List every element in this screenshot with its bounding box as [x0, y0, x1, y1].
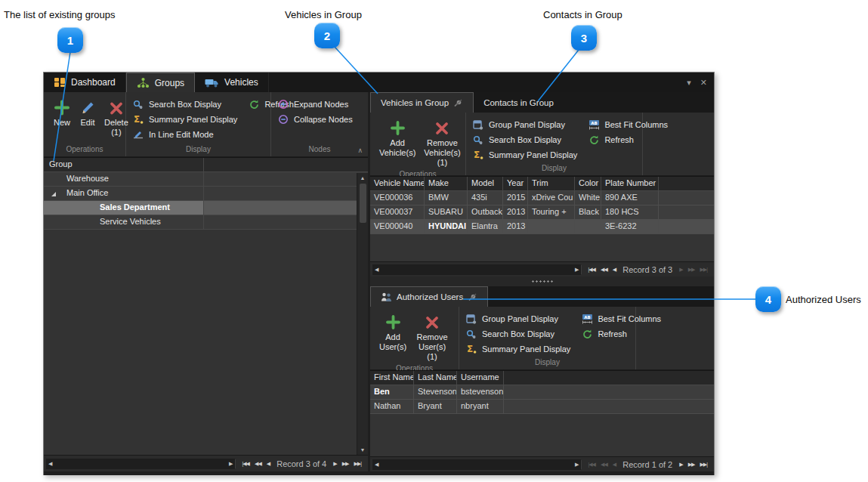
users-horizontal-scrollbar[interactable] [372, 459, 581, 470]
vehicle-row-1[interactable]: VE000036 BMW 435i 2015 xDrive Cou White … [370, 191, 714, 205]
pin-icon[interactable] [468, 293, 477, 301]
groups-tree-header[interactable]: Group [44, 158, 368, 172]
nav-prev-button[interactable] [267, 461, 270, 467]
nav-prev-page-button[interactable] [255, 461, 261, 467]
expand-nodes-button[interactable]: Expand Nodes [277, 97, 353, 112]
edit-button-label: Edit [81, 118, 95, 128]
tab-contacts-in-group[interactable]: Contacts in Group [474, 92, 564, 113]
tab-dashboard[interactable]: Dashboard [44, 73, 126, 92]
column-header-model[interactable]: Model [468, 177, 503, 190]
scroll-left-icon[interactable] [375, 267, 378, 273]
tree-row-main-office[interactable]: Main Office [44, 187, 368, 201]
column-header-year[interactable]: Year [503, 177, 528, 190]
add-vehicles-button[interactable]: Add Vehicle(s) [376, 117, 419, 159]
horizontal-splitter[interactable] [370, 277, 714, 286]
nav-next-button[interactable] [679, 267, 682, 273]
column-header-last-name[interactable]: Last Name [414, 371, 457, 385]
nav-next-button[interactable] [333, 461, 336, 467]
summary-panel-display-button[interactable]: Σ Summary Panel Display [465, 341, 570, 357]
window-menu-button[interactable]: ▾ [687, 78, 691, 88]
nav-prev-button[interactable] [613, 267, 616, 273]
edit-button[interactable]: Edit [76, 97, 99, 128]
groups-operations-group: New Edit Delete (1) [44, 92, 126, 156]
remove-users-button[interactable]: Remove User(s) (1) [412, 311, 453, 363]
group-column-header[interactable]: Group [44, 158, 204, 171]
balloon-3-number: 3 [581, 32, 587, 45]
expand-toggle-icon[interactable] [51, 192, 56, 196]
new-button[interactable]: New [50, 97, 74, 128]
vehicles-horizontal-scrollbar[interactable] [372, 264, 581, 275]
scroll-right-icon[interactable] [575, 267, 579, 273]
column-header-first-name[interactable]: First Name [370, 371, 414, 385]
groups-bottom-bar: Record 3 of 4 [44, 455, 368, 471]
delete-x-icon [108, 97, 125, 118]
window-close-button[interactable]: ✕ [700, 78, 707, 88]
scroll-left-icon[interactable] [48, 461, 52, 467]
nav-first-button[interactable] [588, 462, 595, 468]
groups-nodes-group: Expand Nodes Collapse Nodes Nodes [271, 92, 368, 156]
nav-first-button[interactable] [242, 461, 249, 467]
column-header-color[interactable]: Color [575, 177, 601, 190]
users-grid: First Name Last Name Username Ben Steven… [370, 370, 714, 456]
scroll-thumb[interactable] [360, 184, 366, 223]
collapse-nodes-button[interactable]: Collapse Nodes [277, 112, 353, 127]
nav-last-button[interactable] [700, 267, 707, 273]
tab-vehicles-in-group[interactable]: Vehicles in Group [370, 92, 474, 113]
remove-vehicles-button[interactable]: Remove Vehicle(s) (1) [421, 117, 463, 168]
scroll-left-icon[interactable] [375, 462, 378, 468]
column-header-make[interactable]: Make [425, 177, 468, 190]
nav-next-page-button[interactable] [342, 461, 349, 467]
nav-prev-button[interactable] [613, 462, 616, 468]
truck-icon [205, 78, 219, 88]
tree-row-sales-department[interactable]: Sales Department [44, 201, 368, 215]
search-box-display-button[interactable]: Search Box Display [472, 132, 577, 147]
users-pane-tabs: Authorized Users [370, 286, 714, 307]
tree-vertical-scrollbar[interactable] [357, 173, 368, 455]
search-box-display-button[interactable]: Search Box Display [465, 326, 570, 341]
group-panel-display-button[interactable]: Group Panel Display [472, 117, 577, 132]
group-panel-display-button[interactable]: Group Panel Display [465, 311, 570, 326]
vehicle-row-2[interactable]: VE000037 SUBARU Outback 2013 Touring + B… [370, 205, 714, 220]
summary-panel-display-button[interactable]: Σ Summary Panel Display [132, 112, 237, 127]
cell-username: nbryant [457, 400, 504, 413]
nav-prev-page-button[interactable] [601, 462, 607, 468]
column-header-vehicle-name[interactable]: Vehicle Name [370, 177, 425, 190]
nav-last-button[interactable] [700, 462, 707, 468]
tab-dashboard-label: Dashboard [71, 77, 116, 88]
scroll-right-icon[interactable] [229, 461, 233, 467]
summary-panel-display-button[interactable]: Σ Summary Panel Display [472, 147, 577, 162]
scroll-down-icon[interactable] [360, 447, 366, 453]
add-users-label-2: User(s) [379, 342, 406, 352]
tree-row-warehouse[interactable]: Warehouse [44, 172, 368, 187]
scroll-up-icon[interactable] [360, 175, 366, 181]
inline-edit-mode-button[interactable]: In Line Edit Mode [132, 127, 237, 142]
user-row-1[interactable]: Ben Stevenson bstevenson [370, 385, 714, 400]
scroll-right-icon[interactable] [575, 462, 579, 468]
search-box-display-button[interactable]: Search Box Display [132, 97, 237, 112]
remove-users-label-1: Remove [417, 332, 448, 342]
user-row-2[interactable]: Nathan Bryant nbryant [370, 400, 714, 414]
tab-groups[interactable]: Groups [126, 73, 195, 92]
tree-row-service-vehicles[interactable]: Service Vehicles [44, 215, 368, 230]
pin-icon[interactable] [453, 99, 463, 107]
nav-next-button[interactable] [679, 462, 682, 468]
groups-horizontal-scrollbar[interactable] [46, 459, 235, 469]
right-column: Vehicles in Group Contacts in Group [370, 92, 714, 471]
column-header-trim[interactable]: Trim [528, 177, 575, 190]
nav-first-button[interactable] [588, 267, 595, 273]
add-vehicles-label-2: Vehicle(s) [379, 148, 415, 158]
add-plus-icon [385, 312, 402, 332]
column-header-username[interactable]: Username [457, 371, 504, 385]
nav-last-button[interactable] [354, 461, 361, 467]
tab-vehicles[interactable]: Vehicles [195, 73, 269, 92]
column-header-plate-number[interactable]: Plate Number [601, 177, 659, 190]
add-users-button[interactable]: Add User(s) [376, 311, 409, 353]
vehicle-row-3-selected[interactable]: VE000040 HYUNDAI Elantra 2013 3E-6232 [370, 220, 714, 234]
dashboard-icon [54, 77, 66, 88]
nav-next-page-button[interactable] [688, 462, 695, 468]
ribbon-collapse-chevron-icon[interactable]: ∧ [357, 147, 363, 154]
display-caption: Display [466, 162, 642, 175]
nav-next-page-button[interactable] [688, 267, 695, 273]
nav-prev-page-button[interactable] [601, 267, 607, 273]
tab-authorized-users[interactable]: Authorized Users [370, 286, 488, 307]
